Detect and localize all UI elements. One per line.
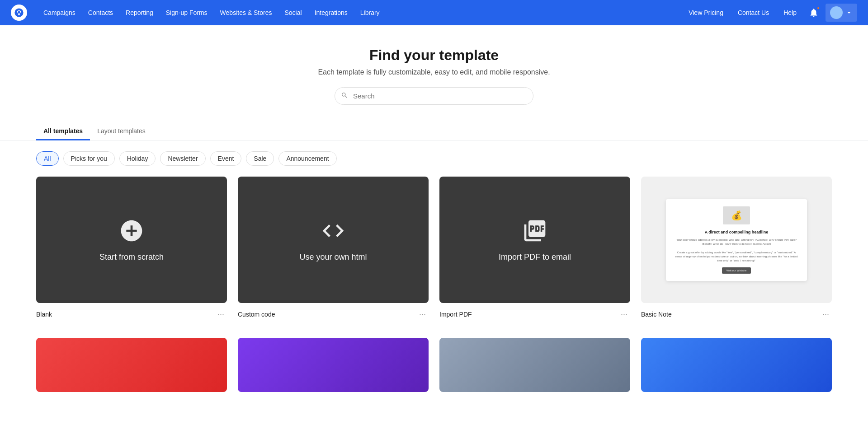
- templates-grid: Start from scratch Blank ··· Use your ow: [0, 173, 868, 338]
- main-content: Find your template Each template is full…: [0, 25, 868, 448]
- nav-contact-us[interactable]: Contact Us: [732, 5, 774, 20]
- template-more-import-pdf[interactable]: ···: [618, 308, 630, 320]
- template-card-import-pdf[interactable]: Import PDF to email Import PDF ···: [439, 177, 630, 320]
- page-subtitle: Each template is fully customizable, eas…: [11, 68, 857, 76]
- template-footer-import-pdf: Import PDF ···: [439, 308, 630, 320]
- template-thumbnail-import-pdf: Import PDF to email: [439, 177, 630, 303]
- page-header: Find your template Each template is full…: [0, 25, 868, 116]
- notifications-bell[interactable]: [806, 5, 822, 21]
- notification-dot: [816, 6, 820, 10]
- svg-point-1: [18, 14, 19, 15]
- tab-all-templates[interactable]: All templates: [36, 123, 90, 140]
- template-footer-basic-note: Basic Note ···: [641, 308, 832, 320]
- template-more-basic-note[interactable]: ···: [820, 308, 832, 320]
- svg-point-0: [14, 8, 23, 17]
- filter-holiday[interactable]: Holiday: [119, 151, 156, 166]
- nav-reporting[interactable]: Reporting: [120, 5, 159, 20]
- template-thumbnail-red[interactable]: [36, 338, 227, 392]
- filter-picks-for-you[interactable]: Picks for you: [63, 151, 115, 166]
- filter-announcement[interactable]: Announcement: [278, 151, 336, 166]
- user-menu[interactable]: [826, 4, 857, 22]
- tabs-container: All templates Layout templates: [0, 116, 868, 140]
- template-footer-custom-code: Custom code ···: [238, 308, 429, 320]
- nav-left: Campaigns Contacts Reporting Sign-up For…: [38, 5, 683, 20]
- template-thumbnail-blue[interactable]: [641, 338, 832, 392]
- chevron-down-icon: [845, 9, 853, 16]
- bottom-row: [0, 338, 868, 392]
- template-thumbnail-custom-code: Use your own html: [238, 177, 429, 303]
- template-name-basic-note: Basic Note: [641, 311, 672, 318]
- nav-right: View Pricing Contact Us Help: [683, 4, 857, 22]
- template-thumbnail-blank: Start from scratch: [36, 177, 227, 303]
- nav-websites-stores[interactable]: Websites & Stores: [215, 5, 278, 20]
- nav-integrations[interactable]: Integrations: [309, 5, 353, 20]
- search-container: [335, 87, 533, 105]
- template-thumbnail-purple[interactable]: [238, 338, 429, 392]
- nav-signup-forms[interactable]: Sign-up Forms: [160, 5, 213, 20]
- page-title: Find your template: [11, 47, 857, 64]
- search-input[interactable]: [335, 87, 533, 105]
- user-avatar: [830, 6, 843, 19]
- template-thumbnail-img[interactable]: [439, 338, 630, 392]
- filters-container: All Picks for you Holiday Newsletter Eve…: [0, 140, 868, 173]
- nav-library[interactable]: Library: [355, 5, 385, 20]
- app-logo[interactable]: [11, 5, 27, 21]
- template-name-import-pdf: Import PDF: [439, 311, 472, 318]
- nav-campaigns[interactable]: Campaigns: [38, 5, 81, 20]
- template-card-custom-code[interactable]: Use your own html Custom code ···: [238, 177, 429, 320]
- filter-newsletter[interactable]: Newsletter: [160, 151, 205, 166]
- nav-social[interactable]: Social: [279, 5, 307, 20]
- template-more-custom-code[interactable]: ···: [416, 308, 429, 320]
- tab-layout-templates[interactable]: Layout templates: [90, 123, 153, 140]
- filter-event[interactable]: Event: [210, 151, 242, 166]
- nav-contacts[interactable]: Contacts: [83, 5, 118, 20]
- template-card-blank[interactable]: Start from scratch Blank ···: [36, 177, 227, 320]
- template-card-basic-note[interactable]: 💰 A direct and compelling headline Your …: [641, 177, 832, 320]
- navbar: Campaigns Contacts Reporting Sign-up For…: [0, 0, 868, 25]
- filter-all[interactable]: All: [36, 151, 59, 166]
- nav-view-pricing[interactable]: View Pricing: [683, 5, 729, 20]
- template-name-blank: Blank: [36, 311, 52, 318]
- template-footer-blank: Blank ···: [36, 308, 227, 320]
- filter-sale[interactable]: Sale: [246, 151, 274, 166]
- template-more-blank[interactable]: ···: [215, 308, 227, 320]
- template-name-custom-code: Custom code: [238, 311, 275, 318]
- template-thumbnail-basic-note: 💰 A direct and compelling headline Your …: [641, 177, 832, 303]
- nav-help[interactable]: Help: [778, 5, 802, 20]
